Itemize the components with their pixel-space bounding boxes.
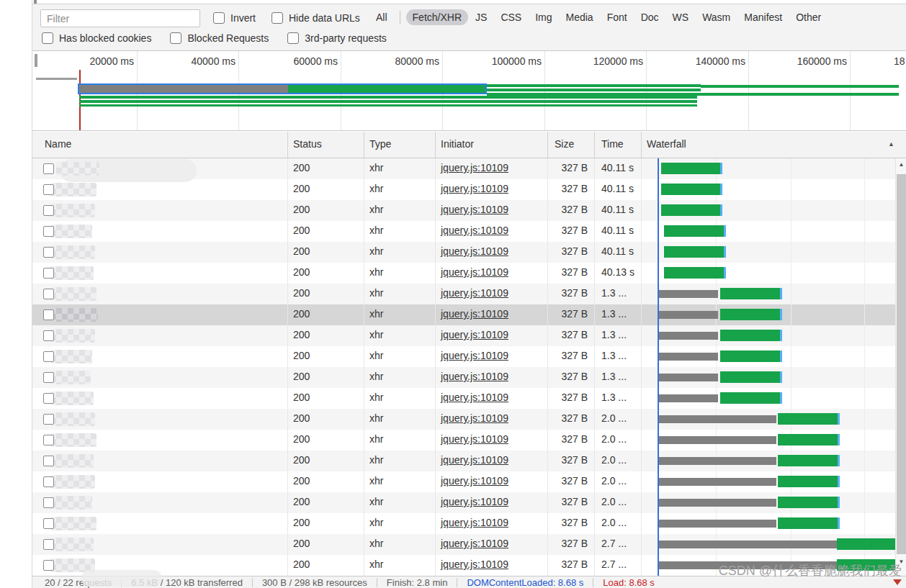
request-checkbox[interactable] — [43, 205, 54, 216]
waterfall-bar-blue-cap — [780, 350, 782, 362]
checkbox-label: Invert — [230, 12, 256, 24]
checkbox-icon[interactable] — [42, 32, 53, 44]
column-header-time[interactable]: Time — [601, 138, 624, 150]
filter-pill-all[interactable]: All — [369, 9, 394, 25]
request-checkbox[interactable] — [43, 351, 54, 362]
request-checkbox[interactable] — [43, 518, 54, 529]
blurred-name — [50, 204, 95, 217]
initiator-link[interactable]: jquery.js:10109 — [441, 412, 508, 424]
initiator-link[interactable]: jquery.js:10109 — [441, 162, 508, 173]
filter-input[interactable] — [40, 9, 200, 27]
initiator-link[interactable]: jquery.js:10109 — [441, 538, 508, 549]
initiator-link[interactable]: jquery.js:10109 — [441, 266, 508, 278]
initiator-link[interactable]: jquery.js:10109 — [441, 517, 508, 528]
size-cell: 327 B — [546, 433, 588, 445]
request-checkbox[interactable] — [43, 184, 54, 195]
checkbox-icon[interactable] — [213, 12, 225, 24]
request-checkbox[interactable] — [43, 372, 54, 383]
waterfall-bar-gray — [659, 520, 776, 528]
time-cell: 1.3 ... — [601, 392, 627, 403]
initiator-link[interactable]: jquery.js:10109 — [441, 308, 508, 320]
request-checkbox[interactable] — [43, 163, 54, 174]
filter-pill-css[interactable]: CSS — [494, 9, 528, 25]
waterfall-bar-blue-cap — [724, 267, 726, 279]
scroll-up-icon[interactable]: ▲ — [896, 161, 906, 168]
column-header-name[interactable]: Name — [45, 138, 71, 150]
column-header-waterfall[interactable]: Waterfall — [647, 138, 686, 150]
network-overview-timeline[interactable]: 20000 ms40000 ms60000 ms80000 ms100000 m… — [32, 51, 906, 131]
scrollbar-thumb[interactable] — [897, 174, 906, 554]
checkbox-group-hide-data-urls[interactable]: Hide data URLs — [272, 12, 360, 24]
column-header-type[interactable]: Type — [369, 138, 391, 150]
initiator-link[interactable]: jquery.js:10109 — [441, 433, 508, 445]
size-cell: 327 B — [546, 517, 588, 528]
column-header-size[interactable]: Size — [555, 138, 574, 150]
checkbox-icon[interactable] — [287, 32, 299, 44]
header-column-separator — [547, 132, 548, 158]
request-checkbox[interactable] — [43, 309, 54, 320]
status-cell: 200 — [293, 266, 310, 278]
size-cell: 327 B — [546, 162, 588, 173]
filter-pill-font[interactable]: Font — [601, 9, 634, 25]
waterfall-bar-blue-cap — [838, 476, 840, 487]
overview-tick-label: 100000 ms — [462, 55, 542, 67]
body-column-separator — [641, 158, 642, 576]
column-header-status[interactable]: Status — [293, 138, 322, 150]
filter-pill-wasm[interactable]: Wasm — [696, 9, 737, 25]
overview-request-line — [701, 85, 899, 88]
column-header-initiator[interactable]: Initiator — [441, 138, 474, 150]
checkbox-icon[interactable] — [272, 12, 283, 24]
request-checkbox[interactable] — [43, 393, 54, 404]
request-checkbox[interactable] — [43, 247, 54, 258]
filter-pill-img[interactable]: Img — [529, 9, 558, 25]
blurred-name — [50, 412, 95, 426]
initiator-link[interactable]: jquery.js:10109 — [441, 558, 508, 570]
request-checkbox[interactable] — [43, 539, 54, 550]
initiator-link[interactable]: jquery.js:10109 — [441, 225, 508, 236]
waterfall-bar-gray — [659, 353, 718, 361]
size-cell: 327 B — [546, 308, 588, 320]
request-checkbox[interactable] — [43, 476, 54, 487]
request-checkbox[interactable] — [43, 456, 54, 466]
filter-pill-doc[interactable]: Doc — [634, 9, 665, 25]
filter-pill-media[interactable]: Media — [560, 9, 600, 25]
filter-pill-ws[interactable]: WS — [666, 9, 696, 25]
checkbox-group-invert[interactable]: Invert — [213, 12, 256, 24]
initiator-link[interactable]: jquery.js:10109 — [441, 454, 508, 466]
checkbox-group-blocked-requests[interactable]: Blocked Requests — [170, 32, 269, 44]
initiator-link[interactable]: jquery.js:10109 — [441, 245, 508, 257]
request-checkbox[interactable] — [43, 560, 54, 571]
initiator-link[interactable]: jquery.js:10109 — [441, 329, 508, 340]
initiator-link[interactable]: jquery.js:10109 — [441, 392, 508, 403]
type-cell: xhr — [369, 412, 383, 424]
filter-pill-other[interactable]: Other — [789, 9, 827, 25]
request-checkbox[interactable] — [43, 226, 54, 237]
initiator-link[interactable]: jquery.js:10109 — [441, 183, 508, 194]
overview-request-line — [79, 104, 697, 107]
request-checkbox[interactable] — [43, 268, 54, 279]
request-checkbox[interactable] — [43, 289, 54, 299]
checkbox-group-has-blocked-cookies[interactable]: Has blocked cookies — [42, 32, 151, 44]
initiator-link[interactable]: jquery.js:10109 — [441, 496, 508, 507]
waterfall-gridline — [716, 158, 717, 576]
request-checkbox[interactable] — [43, 330, 54, 341]
request-checkbox[interactable] — [43, 497, 54, 508]
status-cell: 200 — [293, 287, 310, 299]
time-cell: 1.3 ... — [601, 350, 627, 361]
initiator-link[interactable]: jquery.js:10109 — [441, 350, 508, 361]
checkbox-group-3rd-party-requests[interactable]: 3rd-party requests — [287, 32, 387, 44]
initiator-link[interactable]: jquery.js:10109 — [441, 204, 508, 215]
status-cell: 200 — [293, 517, 310, 528]
initiator-link[interactable]: jquery.js:10109 — [441, 475, 508, 487]
initiator-link[interactable]: jquery.js:10109 — [441, 287, 508, 299]
filter-pill-manifest[interactable]: Manifest — [737, 9, 789, 25]
status-cell: 200 — [293, 433, 310, 445]
initiator-link[interactable]: jquery.js:10109 — [441, 371, 508, 382]
vertical-scrollbar[interactable]: ▲▼ — [895, 158, 906, 576]
header-column-separator — [364, 132, 364, 158]
request-checkbox[interactable] — [43, 435, 54, 445]
filter-pill-fetch-xhr[interactable]: Fetch/XHR — [406, 9, 468, 25]
filter-pill-js[interactable]: JS — [469, 9, 493, 25]
request-checkbox[interactable] — [43, 414, 54, 425]
checkbox-icon[interactable] — [170, 32, 181, 44]
